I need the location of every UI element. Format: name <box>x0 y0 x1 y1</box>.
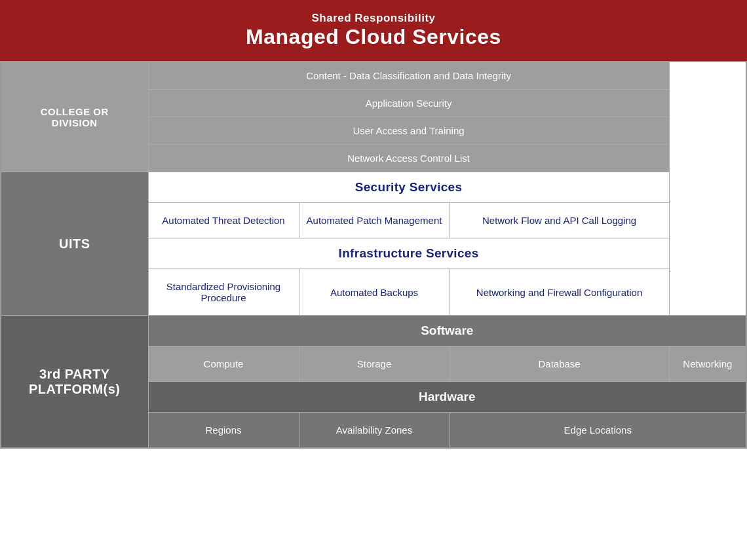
compute-cell: Compute <box>148 346 299 382</box>
availability-zones-cell: Availability Zones <box>299 413 450 449</box>
networking-cell: Networking <box>669 346 746 382</box>
third-party-label: 3rd PARTY PLATFORM(s) <box>1 316 148 449</box>
page-header: Shared Responsibility Managed Cloud Serv… <box>0 0 747 61</box>
college-item-4: Network Access Control List <box>148 145 669 172</box>
automated-patch-management: Automated Patch Management <box>299 203 450 238</box>
college-item-1: Content - Data Classification and Data I… <box>148 62 669 90</box>
storage-cell: Storage <box>299 346 450 382</box>
college-item-2: Application Security <box>148 90 669 117</box>
security-header-row: UITS Security Services <box>1 172 746 203</box>
hardware-header: Hardware <box>148 382 746 413</box>
edge-locations-cell: Edge Locations <box>450 413 746 449</box>
standardized-provisioning: Standardized Provisioning Procedure <box>148 269 299 316</box>
networking-firewall-config: Networking and Firewall Configuration <box>450 269 669 316</box>
college-item-3: User Access and Training <box>148 117 669 145</box>
security-services-header: Security Services <box>148 172 669 203</box>
college-division-label: COLLEGE OR DIVISION <box>1 62 148 172</box>
college-row-1: COLLEGE OR DIVISION Content - Data Class… <box>1 62 746 90</box>
software-header-row: 3rd PARTY PLATFORM(s) Software <box>1 316 746 346</box>
main-table: COLLEGE OR DIVISION Content - Data Class… <box>0 61 747 449</box>
infrastructure-services-header: Infrastructure Services <box>148 238 669 269</box>
database-cell: Database <box>450 346 669 382</box>
automated-backups: Automated Backups <box>299 269 450 316</box>
uits-label: UITS <box>1 172 148 316</box>
regions-cell: Regions <box>148 413 299 449</box>
header-title: Managed Cloud Services <box>7 25 740 49</box>
software-header: Software <box>148 316 746 346</box>
network-flow-api-logging: Network Flow and API Call Logging <box>450 203 669 238</box>
header-subtitle: Shared Responsibility <box>7 12 740 25</box>
automated-threat-detection: Automated Threat Detection <box>148 203 299 238</box>
